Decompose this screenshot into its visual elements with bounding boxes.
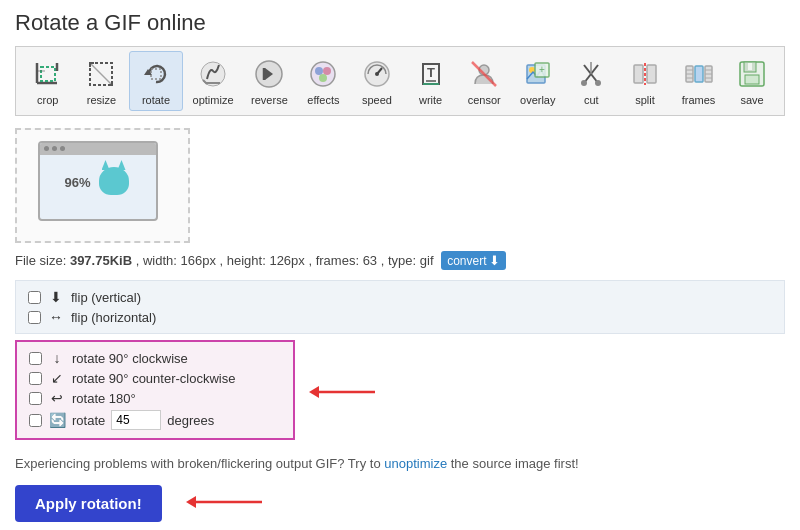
rotate-ccw-label[interactable]: rotate 90° counter-clockwise [72, 371, 235, 386]
tool-frames-label: frames [682, 94, 716, 106]
tool-save[interactable]: save [726, 52, 778, 110]
tool-rotate-label: rotate [142, 94, 170, 106]
file-height: 126px [269, 253, 304, 268]
reverse-icon [251, 56, 287, 92]
write-icon: T [413, 56, 449, 92]
rotate-degree-input[interactable] [111, 410, 161, 430]
problem-suffix: the source image first! [451, 456, 579, 471]
tool-reverse[interactable]: reverse [243, 52, 295, 110]
rotate-cw-checkbox[interactable] [29, 352, 42, 365]
convert-button[interactable]: convert ⬇ [441, 251, 506, 270]
tool-crop-label: crop [37, 94, 58, 106]
svg-rect-8 [151, 69, 161, 79]
flip-horizontal-checkbox[interactable] [28, 311, 41, 324]
tool-cut-label: cut [584, 94, 599, 106]
apply-rotation-button[interactable]: Apply rotation! [15, 485, 162, 522]
flip-vertical-row: ⬇ flip (vertical) [28, 289, 772, 305]
rotate-ccw-checkbox[interactable] [29, 372, 42, 385]
frames-icon [681, 56, 717, 92]
convert-download-icon: ⬇ [489, 253, 500, 268]
svg-text:T: T [427, 65, 435, 80]
file-frames: 63 [363, 253, 377, 268]
flip-horizontal-row: ↔ flip (horizontal) [28, 309, 772, 325]
svg-point-17 [323, 67, 331, 75]
svg-rect-38 [647, 65, 656, 83]
file-width: 166px [180, 253, 215, 268]
tool-overlay-label: overlay [520, 94, 555, 106]
flip-options-panel: ⬇ flip (vertical) ↔ flip (horizontal) [15, 280, 785, 334]
split-icon [627, 56, 663, 92]
cut-icon [573, 56, 609, 92]
tool-split[interactable]: split [619, 52, 671, 110]
svg-point-21 [375, 72, 379, 76]
svg-rect-2 [41, 67, 55, 81]
annotation-arrow [305, 378, 385, 409]
tool-speed[interactable]: speed [351, 52, 403, 110]
rotate-cw-row: ↓ rotate 90° clockwise [29, 350, 281, 366]
svg-text:+: + [539, 64, 545, 75]
flip-vertical-checkbox[interactable] [28, 291, 41, 304]
file-info: File size: 397.75KiB , width: 166px , he… [15, 251, 785, 270]
censor-icon [466, 56, 502, 92]
tool-cut[interactable]: cut [566, 52, 618, 110]
gif-preview: 96% [15, 128, 190, 243]
gif-illustration: 96% [38, 141, 168, 231]
svg-point-16 [315, 67, 323, 75]
flip-vertical-icon: ⬇ [47, 289, 65, 305]
tool-crop[interactable]: crop [22, 52, 74, 110]
speed-icon [359, 56, 395, 92]
tool-overlay[interactable]: + overlay [512, 52, 564, 110]
svg-point-35 [595, 80, 601, 86]
rotate-custom-icon: 🔄 [48, 412, 66, 428]
tool-reverse-label: reverse [251, 94, 288, 106]
resize-icon [83, 56, 119, 92]
tool-optimize[interactable]: optimize [185, 52, 242, 110]
rotate-custom-checkbox[interactable] [29, 414, 42, 427]
rotate-options-panel: ↓ rotate 90° clockwise ↙ rotate 90° coun… [15, 340, 295, 440]
unoptimize-link[interactable]: unoptimize [384, 456, 447, 471]
flip-vertical-label[interactable]: flip (vertical) [71, 290, 141, 305]
crop-icon [30, 56, 66, 92]
flip-horizontal-label[interactable]: flip (horizontal) [71, 310, 156, 325]
file-type: gif [420, 253, 434, 268]
rotate-panel-row: ↓ rotate 90° clockwise ↙ rotate 90° coun… [15, 340, 785, 446]
effects-icon [305, 56, 341, 92]
svg-point-18 [319, 74, 327, 82]
rotate-custom-label[interactable]: rotate [72, 413, 105, 428]
tool-censor[interactable]: censor [458, 52, 510, 110]
svg-line-6 [90, 63, 112, 85]
rotate-180-label[interactable]: rotate 180° [72, 391, 136, 406]
rotate-180-checkbox[interactable] [29, 392, 42, 405]
tool-split-label: split [635, 94, 655, 106]
optimize-icon [195, 56, 231, 92]
tool-rotate[interactable]: rotate [129, 51, 183, 111]
tool-resize[interactable]: resize [76, 52, 128, 110]
svg-marker-56 [186, 496, 196, 508]
rotate-custom-row: 🔄 rotate degrees [29, 410, 281, 430]
apply-row: Apply rotation! [15, 485, 785, 522]
rotate-180-row: ↩ rotate 180° [29, 390, 281, 406]
degrees-label: degrees [167, 413, 214, 428]
toolbar: crop resize rotat [15, 46, 785, 116]
problem-text-container: Experiencing problems with broken/flicke… [15, 456, 785, 471]
tool-frames[interactable]: frames [673, 52, 725, 110]
svg-rect-41 [695, 66, 703, 82]
rotate-ccw-row: ↙ rotate 90° counter-clockwise [29, 370, 281, 386]
flip-horizontal-icon: ↔ [47, 309, 65, 325]
tool-write[interactable]: T write [405, 52, 457, 110]
page-title: Rotate a GIF online [15, 10, 785, 36]
problem-prefix: Experiencing problems with broken/flicke… [15, 456, 381, 471]
tool-resize-label: resize [87, 94, 116, 106]
svg-rect-51 [745, 75, 759, 84]
file-size: 397.75KiB [70, 253, 132, 268]
tool-effects[interactable]: effects [298, 52, 350, 110]
overlay-icon: + [520, 56, 556, 92]
rotate-cw-label[interactable]: rotate 90° clockwise [72, 351, 188, 366]
tool-save-label: save [741, 94, 764, 106]
tool-speed-label: speed [362, 94, 392, 106]
tool-optimize-label: optimize [193, 94, 234, 106]
apply-annotation-arrow [182, 488, 272, 519]
svg-rect-37 [634, 65, 643, 83]
rotate-ccw-icon: ↙ [48, 370, 66, 386]
svg-point-34 [581, 80, 587, 86]
